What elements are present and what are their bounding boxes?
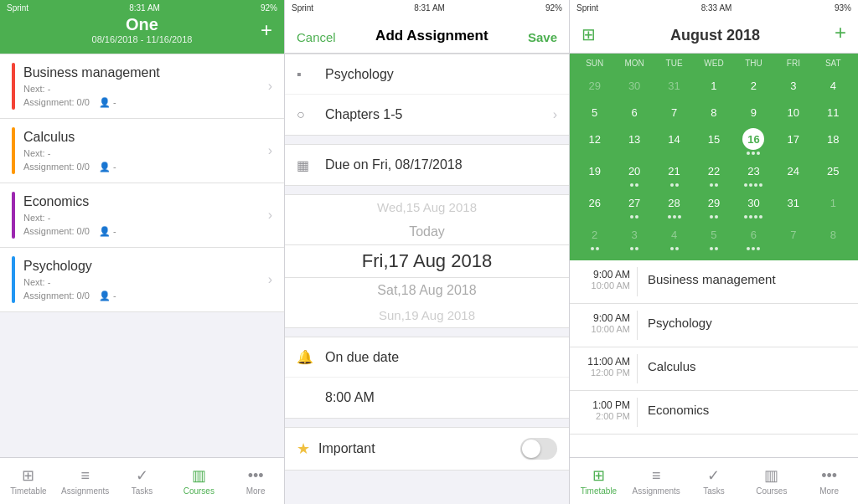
cal-cell-28[interactable]: 28 xyxy=(654,190,694,220)
cal-cell-30[interactable]: 30 xyxy=(734,190,773,220)
cal-cell-25[interactable]: 25 xyxy=(814,158,853,188)
cal-dot xyxy=(754,215,757,219)
cal-dots xyxy=(747,247,760,250)
cal-cell-14[interactable]: 14 xyxy=(654,126,694,157)
schedule-item[interactable]: 9:00 AM 10:00 AM Business management xyxy=(570,260,858,304)
reminder-label: On due date xyxy=(325,350,557,365)
course-chevron-icon: › xyxy=(268,79,272,94)
cal-cell-4[interactable]: 4 xyxy=(654,222,694,252)
cal-cell-24[interactable]: 24 xyxy=(773,158,813,188)
cal-cell-1[interactable]: 1 xyxy=(694,73,733,98)
cal-cell-6[interactable]: 6 xyxy=(734,222,773,252)
cal-cell-2[interactable]: 2 xyxy=(734,73,773,98)
cal-cell-13[interactable]: 13 xyxy=(614,126,654,157)
cal-dot xyxy=(630,247,633,250)
cal-nav-item-more[interactable]: ••• More xyxy=(800,467,858,496)
date-picker[interactable]: Wed,15 Aug 2018 Today Fri,17 Aug 2018 Sa… xyxy=(285,194,569,328)
cal-cell-17[interactable]: 17 xyxy=(773,126,813,157)
course-color-bar xyxy=(12,192,15,239)
cal-cell-30[interactable]: 30 xyxy=(614,73,654,98)
date-option-selected[interactable]: Fri,17 Aug 2018 xyxy=(285,245,569,277)
cal-cell-27[interactable]: 27 xyxy=(614,190,654,220)
nav-item-tasks[interactable]: ✓ Tasks xyxy=(114,466,171,496)
cal-dot xyxy=(675,183,679,187)
important-row[interactable]: ★ Important xyxy=(285,428,569,470)
day-label-fri: FRI xyxy=(773,57,813,69)
cal-cell-15[interactable]: 15 xyxy=(694,126,733,157)
cal-cell-7[interactable]: 7 xyxy=(654,100,694,125)
date-option-3[interactable]: Sat,18 Aug 2018 xyxy=(285,278,569,303)
nav-item-timetable[interactable]: ⊞ Timetable xyxy=(0,466,57,496)
course-row[interactable]: ▪ Psychology xyxy=(285,54,569,95)
cal-nav-item-timetable[interactable]: ⊞ Timetable xyxy=(570,466,628,496)
nav-item-assignments[interactable]: ≡ Assignments xyxy=(57,467,114,496)
cal-cell-23[interactable]: 23 xyxy=(734,158,773,188)
day-label-mon: MON xyxy=(614,57,654,69)
cal-cell-20[interactable]: 20 xyxy=(614,158,654,188)
schedule-item[interactable]: 11:00 AM 12:00 PM Calculus xyxy=(570,347,858,391)
cal-nav-item-tasks[interactable]: ✓ Tasks xyxy=(685,466,743,496)
important-toggle[interactable] xyxy=(520,438,557,460)
cal-cell-2[interactable]: 2 xyxy=(575,222,614,252)
save-button[interactable]: Save xyxy=(528,30,557,44)
cancel-button[interactable]: Cancel xyxy=(297,30,336,44)
calendar-grid: SUNMONTUEWEDTHUFRISAT 293031123456789101… xyxy=(570,54,858,260)
date-option-4[interactable]: Sun,19 Aug 2018 xyxy=(285,303,569,327)
grid-icon[interactable]: ⊞ xyxy=(581,24,596,44)
cal-cell-9[interactable]: 9 xyxy=(734,100,773,125)
calendar-weeks: 2930311234567891011121314151617181920212… xyxy=(575,73,853,252)
cal-cell-10[interactable]: 10 xyxy=(773,100,813,125)
cal-cell-18[interactable]: 18 xyxy=(814,126,853,157)
cal-cell-7[interactable]: 7 xyxy=(773,222,813,252)
cal-cell-22[interactable]: 22 xyxy=(694,158,733,188)
cal-cell-8[interactable]: 8 xyxy=(694,100,733,125)
reminder-row[interactable]: 🔔 On due date xyxy=(285,337,569,378)
course-color-bar xyxy=(12,63,15,110)
cal-cell-5[interactable]: 5 xyxy=(575,100,614,125)
schedule-item[interactable]: 1:00 PM 2:00 PM Economics xyxy=(570,391,858,435)
cal-cell-31[interactable]: 31 xyxy=(773,190,813,220)
cal-cell-16[interactable]: 16 xyxy=(734,126,773,157)
cal-cell-26[interactable]: 26 xyxy=(575,190,614,220)
date-option-1[interactable]: Today xyxy=(285,219,569,244)
calendar-add-button[interactable]: + xyxy=(835,21,846,44)
course-item[interactable]: Calculus Next: - Assignment: 0/0 👤 - › xyxy=(0,119,284,183)
time-row[interactable]: 8:00 AM xyxy=(285,378,569,418)
time-1: 8:31 AM xyxy=(129,3,160,13)
add-assignment-panel: Sprint 8:31 AM 92% Cancel Add Assignment… xyxy=(285,0,570,504)
cal-cell-3[interactable]: 3 xyxy=(614,222,654,252)
cal-cell-4[interactable]: 4 xyxy=(814,73,853,98)
cal-nav-item-courses[interactable]: ▥ Courses xyxy=(742,466,800,496)
task-row[interactable]: ○ Chapters 1-5 › xyxy=(285,95,569,135)
course-item[interactable]: Business management Next: - Assignment: … xyxy=(0,54,284,119)
schedule-name: Economics xyxy=(638,391,858,434)
nav-item-courses[interactable]: ▥ Courses xyxy=(170,466,227,496)
cal-cell-num: 16 xyxy=(742,128,764,150)
cal-cell-6[interactable]: 6 xyxy=(614,100,654,125)
cal-cell-31[interactable]: 31 xyxy=(654,73,694,98)
cal-dot xyxy=(747,247,750,250)
cal-cell-num: 6 xyxy=(623,101,645,123)
cal-cell-1[interactable]: 1 xyxy=(814,190,853,220)
calendar-bottom-nav: ⊞ Timetable ≡ Assignments ✓ Tasks ▥ Cour… xyxy=(570,457,858,504)
schedule-item[interactable]: 9:00 AM 10:00 AM Psychology xyxy=(570,304,858,347)
cal-cell-3[interactable]: 3 xyxy=(773,73,813,98)
cal-cell-19[interactable]: 19 xyxy=(575,158,614,188)
reminder-section: 🔔 On due date 8:00 AM xyxy=(285,337,569,419)
due-date-row[interactable]: ▦ Due on Fri, 08/17/2018 xyxy=(285,145,569,185)
cal-cell-21[interactable]: 21 xyxy=(654,158,694,188)
cal-cell-12[interactable]: 12 xyxy=(575,126,614,157)
cal-cell-8[interactable]: 8 xyxy=(814,222,853,252)
cal-cell-5[interactable]: 5 xyxy=(694,222,733,252)
date-option-0[interactable]: Wed,15 Aug 2018 xyxy=(285,195,569,219)
more-cal-nav-icon: ••• xyxy=(821,467,837,485)
course-item[interactable]: Economics Next: - Assignment: 0/0 👤 - › xyxy=(0,183,284,248)
cal-cell-29[interactable]: 29 xyxy=(694,190,733,220)
course-item[interactable]: Psychology Next: - Assignment: 0/0 👤 - › xyxy=(0,248,284,312)
nav-item-more[interactable]: ••• More xyxy=(227,467,284,496)
courses-add-button[interactable]: + xyxy=(261,18,272,42)
cal-cell-num: 12 xyxy=(584,128,606,150)
cal-cell-11[interactable]: 11 xyxy=(814,100,853,125)
cal-nav-item-assignments[interactable]: ≡ Assignments xyxy=(628,467,685,496)
cal-cell-29[interactable]: 29 xyxy=(575,73,614,98)
